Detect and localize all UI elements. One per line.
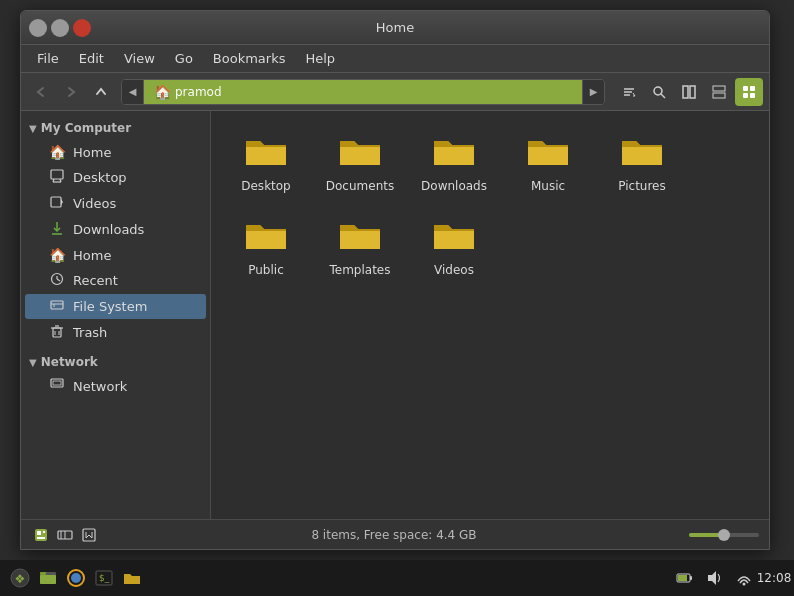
file-manager-window: – □ ✕ Home File Edit View Go Bookmarks H… [20, 10, 770, 550]
taskbar-start-icon[interactable]: ❖ [8, 566, 32, 590]
network-tray-icon[interactable] [732, 566, 756, 590]
file-item[interactable]: Templates [315, 205, 405, 285]
folder-icon [618, 127, 666, 175]
sidebar-network-label: Network [73, 379, 127, 394]
menu-help[interactable]: Help [297, 49, 343, 68]
back-icon [35, 86, 47, 98]
grid-view-icon [742, 85, 756, 99]
downloads-sidebar-icon [49, 221, 65, 238]
taskbar-folder-icon[interactable] [120, 566, 144, 590]
file-name: Documents [326, 179, 394, 195]
taskbar-files-icon[interactable] [36, 566, 60, 590]
folder-icon [524, 127, 572, 175]
zoom-slider[interactable] [689, 533, 759, 537]
file-item[interactable]: Desktop [221, 121, 311, 201]
svg-marker-53 [708, 571, 716, 585]
up-button[interactable] [87, 78, 115, 106]
sidebar-section-my-computer[interactable]: ▼ My Computer [21, 117, 210, 139]
search-button[interactable] [645, 78, 673, 106]
svg-rect-12 [750, 93, 755, 98]
back-button[interactable] [27, 78, 55, 106]
file-name: Pictures [618, 179, 666, 195]
menu-file[interactable]: File [29, 49, 67, 68]
close-button[interactable]: ✕ [73, 19, 91, 37]
sidebar: ▼ My Computer 🏠 Home Desktop [21, 111, 211, 519]
sidebar-home2-label: Home [73, 248, 111, 263]
sort-icon [622, 85, 636, 99]
statusbar-info: 8 items, Free space: 4.4 GB [311, 528, 476, 542]
location-right-arrow[interactable]: ▶ [582, 80, 604, 104]
file-item[interactable]: Pictures [597, 121, 687, 201]
sidebar-item-home[interactable]: 🏠 Home [25, 140, 206, 164]
location-bar[interactable]: ◀ 🏠 pramod ▶ [121, 79, 605, 105]
sidebar-item-downloads[interactable]: Downloads [25, 217, 206, 242]
statusbar-icon-2[interactable] [55, 525, 75, 545]
sidebar-item-filesystem[interactable]: File System [25, 294, 206, 319]
folder-icon [336, 211, 384, 259]
window-title: Home [376, 20, 414, 35]
sidebar-item-recent[interactable]: Recent [25, 268, 206, 293]
svg-rect-7 [713, 86, 725, 91]
location-left-arrow[interactable]: ◀ [122, 80, 144, 104]
menubar: File Edit View Go Bookmarks Help [21, 45, 769, 73]
svg-rect-35 [43, 531, 45, 533]
file-item[interactable]: Documents [315, 121, 405, 201]
sidebar-trash-label: Trash [73, 325, 107, 340]
svg-point-47 [71, 573, 81, 583]
svg-rect-13 [51, 170, 63, 179]
svg-rect-10 [750, 86, 755, 91]
clock-time: 12:08 [757, 571, 792, 585]
sidebar-section-network[interactable]: ▼ Network [21, 351, 210, 373]
file-name: Public [248, 263, 284, 279]
forward-button[interactable] [57, 78, 85, 106]
network-sidebar-icon [49, 378, 65, 395]
taskbar-terminal-icon[interactable]: $_ [92, 566, 116, 590]
folder-icon [242, 211, 290, 259]
svg-rect-52 [690, 576, 692, 580]
svg-text:$_: $_ [99, 573, 110, 583]
taskbar-right: 12:08 [672, 566, 786, 590]
file-item[interactable]: Downloads [409, 121, 499, 201]
svg-point-3 [654, 87, 662, 95]
menu-go[interactable]: Go [167, 49, 201, 68]
my-computer-arrow: ▼ [29, 123, 37, 134]
svg-line-4 [661, 94, 665, 98]
file-grid: Desktop Documents Downloads Music [221, 121, 759, 284]
taskbar-browser-icon[interactable] [64, 566, 88, 590]
sidebar-item-desktop[interactable]: Desktop [25, 165, 206, 190]
folder-icon [336, 127, 384, 175]
menu-bookmarks[interactable]: Bookmarks [205, 49, 294, 68]
svg-rect-32 [53, 381, 61, 385]
svg-text:❖: ❖ [15, 572, 26, 586]
statusbar-right [689, 533, 759, 537]
menu-view[interactable]: View [116, 49, 163, 68]
menu-edit[interactable]: Edit [71, 49, 112, 68]
svg-rect-36 [37, 537, 45, 539]
svg-rect-23 [51, 301, 63, 309]
file-item[interactable]: Public [221, 205, 311, 285]
content-area: Desktop Documents Downloads Music [211, 111, 769, 519]
toggle-panels-icon [682, 85, 696, 99]
recent-sidebar-icon [49, 272, 65, 289]
minimize-button[interactable]: – [29, 19, 47, 37]
sort-button[interactable] [615, 78, 643, 106]
sidebar-item-network[interactable]: Network [25, 374, 206, 399]
folder-icon [430, 127, 478, 175]
toolbar-right [615, 78, 763, 106]
file-item[interactable]: Music [503, 121, 593, 201]
grid-view-button[interactable] [735, 78, 763, 106]
sidebar-item-home2[interactable]: 🏠 Home [25, 243, 206, 267]
sidebar-item-videos[interactable]: Videos [25, 191, 206, 216]
volume-icon[interactable] [702, 566, 726, 590]
folder-icon [430, 211, 478, 259]
statusbar-icon-1[interactable] [31, 525, 51, 545]
sidebar-downloads-label: Downloads [73, 222, 144, 237]
sidebar-item-trash[interactable]: Trash [25, 320, 206, 345]
file-name: Downloads [421, 179, 487, 195]
toggle-panels-button[interactable] [675, 78, 703, 106]
svg-rect-6 [690, 86, 695, 98]
statusbar-icon-3[interactable] [79, 525, 99, 545]
maximize-button[interactable]: □ [51, 19, 69, 37]
list-view-button[interactable] [705, 78, 733, 106]
file-item[interactable]: Videos [409, 205, 499, 285]
